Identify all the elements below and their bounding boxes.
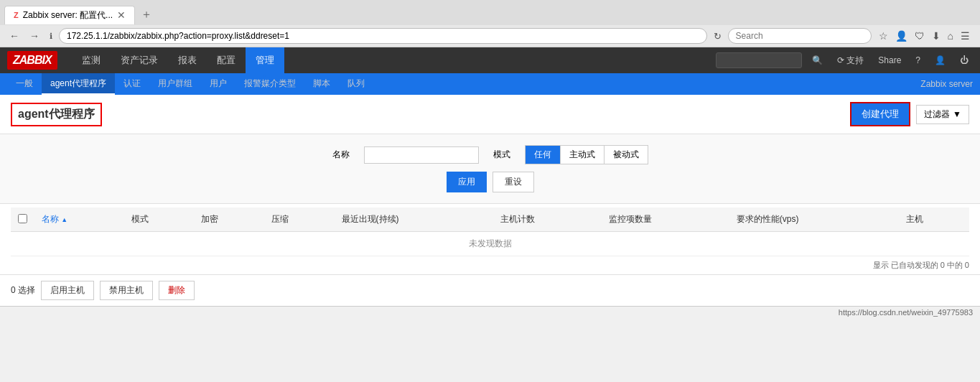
col-compress: 压缩: [264, 208, 335, 232]
address-bar-input[interactable]: [59, 28, 707, 44]
top-nav-item-config[interactable]: 配置: [207, 47, 246, 73]
data-table: 名称 ▲ 模式 加密 压缩 最近出现(持续) 主机计数 监控项数量 要求的性能(…: [11, 208, 969, 256]
support-button[interactable]: ⟳ 支持: [833, 52, 868, 69]
subnav-server-label: Zabbix server: [920, 75, 973, 93]
browser-search-input[interactable]: [728, 28, 872, 44]
table-body: 未发现数据: [11, 232, 969, 256]
bookmark-icon[interactable]: ☆: [877, 29, 890, 43]
filter-button[interactable]: 过滤器 ▼: [916, 105, 969, 124]
mode-active-button[interactable]: 主动式: [561, 146, 605, 164]
reset-button[interactable]: 重设: [493, 172, 534, 192]
zabbix-app: ZABBIX 监测 资产记录 报表 配置 管理 🔍 ⟳ 支持 Share ? 👤…: [0, 47, 980, 318]
tab-bar: Z Zabbix server: 配置代... ✕ ＋: [0, 0, 980, 25]
back-button[interactable]: ←: [6, 29, 23, 43]
disable-hosts-button[interactable]: 禁用主机: [100, 281, 153, 300]
reload-button[interactable]: ↻: [710, 29, 725, 43]
shield-icon[interactable]: 🛡: [913, 29, 926, 43]
top-nav-item-admin[interactable]: 管理: [246, 47, 284, 73]
subnav-item-general[interactable]: 一般: [7, 73, 42, 95]
menu-icon[interactable]: ☰: [959, 29, 971, 43]
forward-button[interactable]: →: [26, 29, 43, 43]
col-performance: 要求的性能(vps): [729, 208, 900, 232]
col-host: 主机: [899, 208, 969, 232]
share-button[interactable]: Share: [874, 53, 905, 67]
sort-icon: ▲: [61, 216, 67, 223]
selected-count: 0 选择: [11, 284, 35, 297]
browser-icons: ☆ 👤 🛡 ⬇ ⌂ ☰: [874, 29, 974, 43]
page-header: agent代理程序 创建代理 过滤器 ▼: [0, 95, 980, 134]
mode-label: 模式: [493, 149, 510, 161]
select-all-checkbox[interactable]: [18, 214, 27, 223]
filter-label: 过滤器: [924, 108, 950, 121]
account-icon[interactable]: 👤: [894, 29, 909, 43]
enable-hosts-button[interactable]: 启用主机: [41, 281, 94, 300]
subnav-item-media-types[interactable]: 报警媒介类型: [235, 73, 304, 95]
col-encrypt: 加密: [194, 208, 264, 232]
subnav-item-user-groups[interactable]: 用户群组: [149, 73, 201, 95]
search-icon-btn[interactable]: 🔍: [808, 53, 827, 67]
logo-text: ZABBIX: [13, 54, 52, 66]
filter-section: 名称 模式 任何 主动式 被动式 应用 重设: [0, 134, 980, 204]
info-button[interactable]: ℹ: [46, 30, 56, 42]
no-data-row: 未发现数据: [11, 232, 969, 256]
tab-favicon: Z: [14, 11, 19, 19]
create-proxy-button[interactable]: 创建代理: [850, 102, 910, 126]
page-actions: 创建代理 过滤器 ▼: [850, 102, 969, 126]
filter-buttons: 应用 重设: [14, 172, 966, 192]
subnav-item-queue[interactable]: 队列: [339, 73, 373, 95]
top-nav-right: 🔍 ⟳ 支持 Share ? 👤 ⏻: [716, 52, 973, 69]
name-input[interactable]: [364, 146, 479, 164]
browser-tab[interactable]: Z Zabbix server: 配置代... ✕: [4, 6, 135, 24]
status-bar: https://blog.csdn.net/weixin_49775983: [0, 306, 980, 318]
help-button[interactable]: ?: [911, 53, 925, 67]
footer-text: 显示 已自动发现的 0 中的 0: [873, 260, 969, 271]
subnav-item-auth[interactable]: 认证: [115, 73, 149, 95]
sub-nav: 一般 agent代理程序 认证 用户群组 用户 报警媒介类型 脚本 队列 Zab…: [0, 73, 980, 95]
user-button[interactable]: 👤: [930, 53, 950, 67]
no-data-message: 未发现数据: [11, 232, 969, 256]
delete-button[interactable]: 删除: [159, 281, 195, 300]
page-title: agent代理程序: [11, 103, 102, 126]
top-nav-item-monitor[interactable]: 监测: [72, 47, 111, 73]
table-section: 名称 ▲ 模式 加密 压缩 最近出现(持续) 主机计数 监控项数量 要求的性能(…: [0, 208, 980, 256]
table-footer: 显示 已自动发现的 0 中的 0: [0, 256, 980, 274]
top-nav-item-reports[interactable]: 报表: [168, 47, 207, 73]
browser-chrome: Z Zabbix server: 配置代... ✕ ＋ ← → ℹ ↻ ☆ 👤 …: [0, 0, 980, 47]
col-mode: 模式: [124, 208, 195, 232]
filter-row: 名称 模式 任何 主动式 被动式: [14, 145, 966, 164]
top-nav-search-input[interactable]: [716, 52, 802, 68]
mode-passive-button[interactable]: 被动式: [605, 146, 648, 164]
subnav-item-users[interactable]: 用户: [201, 73, 235, 95]
col-host-count: 主机计数: [493, 208, 602, 232]
name-label: 名称: [332, 149, 350, 161]
subnav-item-agent-proxy[interactable]: agent代理程序: [42, 73, 115, 95]
apply-button[interactable]: 应用: [447, 172, 487, 192]
col-name[interactable]: 名称 ▲: [34, 208, 124, 232]
col-monitor-count: 监控项数量: [602, 208, 729, 232]
top-nav: ZABBIX 监测 资产记录 报表 配置 管理 🔍 ⟳ 支持 Share ? 👤…: [0, 47, 980, 73]
col-last-seen: 最近出现(持续): [335, 208, 494, 232]
new-tab-button[interactable]: ＋: [135, 4, 158, 25]
zabbix-logo: ZABBIX: [7, 51, 57, 70]
download-icon[interactable]: ⬇: [930, 29, 942, 43]
tab-close-btn[interactable]: ✕: [117, 9, 126, 21]
table-header: 名称 ▲ 模式 加密 压缩 最近出现(持续) 主机计数 监控项数量 要求的性能(…: [11, 208, 969, 232]
filter-icon: ▼: [953, 109, 961, 119]
bottom-bar: 0 选择 启用主机 禁用主机 删除: [0, 274, 980, 306]
top-nav-item-assets[interactable]: 资产记录: [111, 47, 168, 73]
power-button[interactable]: ⏻: [956, 53, 973, 67]
address-bar-row: ← → ℹ ↻ ☆ 👤 🛡 ⬇ ⌂ ☰: [0, 25, 980, 47]
home-icon[interactable]: ⌂: [946, 29, 955, 43]
mode-any-button[interactable]: 任何: [526, 146, 561, 164]
mode-group: 任何 主动式 被动式: [525, 145, 648, 164]
status-url: https://blog.csdn.net/weixin_49775983: [839, 308, 973, 317]
tab-title: Zabbix server: 配置代...: [23, 9, 113, 22]
subnav-item-scripts[interactable]: 脚本: [304, 73, 339, 95]
